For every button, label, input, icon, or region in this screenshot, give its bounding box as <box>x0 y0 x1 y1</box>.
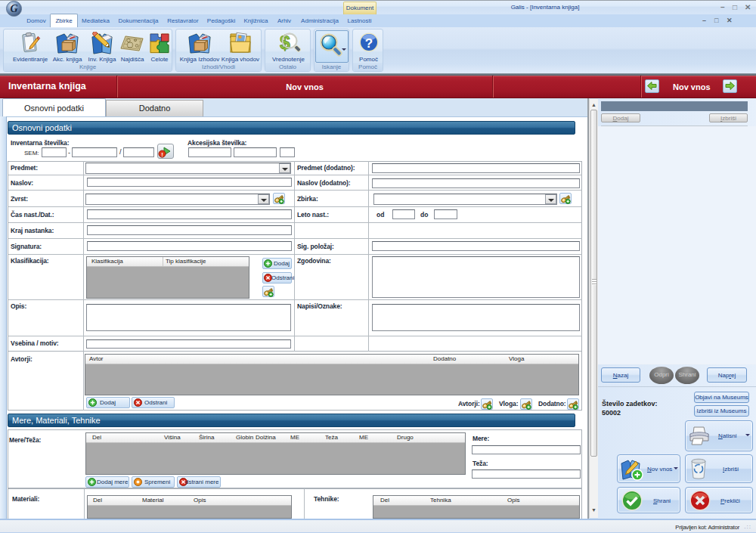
svg-text:!: ! <box>161 151 163 158</box>
